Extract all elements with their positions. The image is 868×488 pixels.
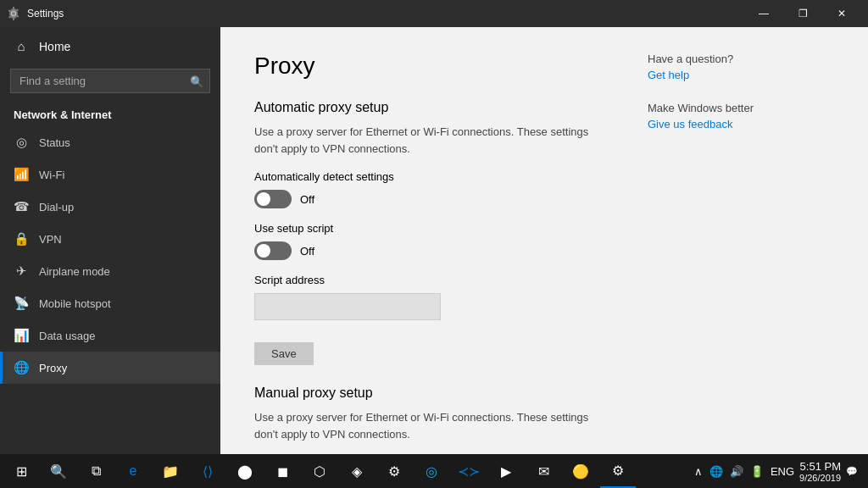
app4-button[interactable]: ◈ [339,454,375,488]
edge-button[interactable]: e [115,454,151,488]
sidebar-item-label: Dial-up [39,201,74,214]
chevron-icon[interactable]: ∧ [694,465,703,478]
sidebar-item-vpn[interactable]: 🔒 VPN [0,223,220,255]
status-icon: ◎ [14,135,29,150]
use-script-state: Off [300,245,314,258]
sidebar-item-label: Mobile hotspot [39,297,111,310]
sidebar-search: 🔍 [10,69,210,93]
notification-icon[interactable]: 💬 [846,466,858,477]
proxy-icon: 🌐 [14,360,29,375]
auto-section-desc: Use a proxy server for Ethernet or Wi-Fi… [254,124,614,157]
taskbar-left: ⊞ 🔍 ⧉ e 📁 ⟨⟩ ⬤ ◼ ⬡ ◈ ⚙ ◎ ≺≻ ▶ ✉ 🟡 ⚙ [3,454,636,488]
minimize-button[interactable]: — [744,0,783,27]
volume-icon[interactable]: 🔊 [730,465,743,478]
sidebar-item-label: Proxy [39,362,67,374]
titlebar-title: Settings [27,8,64,19]
page-title: Proxy [254,53,614,80]
taskbar-clock[interactable]: 5:51 PM 9/26/2019 [799,460,841,483]
search-button[interactable]: 🔍 [41,454,76,488]
sidebar-item-home[interactable]: ⌂ Home [0,27,220,65]
sidebar-item-datausage[interactable]: 📊 Data usage [0,319,220,352]
app-body: ⌂ Home 🔍 Network & Internet ◎ Status 📶 W… [0,27,868,454]
dialup-icon: ☎ [14,199,29,214]
restore-button[interactable]: ❐ [783,0,822,27]
question-label: Have a question? [648,53,834,65]
auto-detect-track [254,190,292,208]
app9-button[interactable]: 🟡 [563,454,598,488]
sidebar-item-label: Status [39,136,70,149]
manual-section-title: Manual proxy setup [254,385,614,401]
get-help-link[interactable]: Get help [648,69,834,81]
help-sidebar: Have a question? Get help Make Windows b… [648,53,834,429]
sidebar-item-wifi[interactable]: 📶 Wi-Fi [0,158,220,191]
app7-button[interactable]: ▶ [488,454,524,488]
explorer-button[interactable]: 📁 [153,454,188,488]
sidebar-home-label: Home [39,40,70,53]
sidebar: ⌂ Home 🔍 Network & Internet ◎ Status 📶 W… [0,27,220,454]
hotspot-icon: 📡 [14,296,29,311]
sidebar-item-hotspot[interactable]: 📡 Mobile hotspot [0,287,220,319]
sidebar-item-label: Wi-Fi [39,169,64,181]
sidebar-item-label: VPN [39,233,62,246]
keyboard-icon[interactable]: ENG [771,465,794,478]
task-view-button[interactable]: ⧉ [78,454,114,488]
feedback-section: Make Windows better Give us feedback [648,102,834,130]
taskbar-right: ∧ 🌐 🔊 🔋 ENG 5:51 PM 9/26/2019 💬 [694,460,865,483]
main-panel: Proxy Automatic proxy setup Use a proxy … [220,27,868,454]
close-button[interactable]: ✕ [822,0,861,27]
script-address-label: Script address [254,274,614,286]
use-script-toggle[interactable] [254,241,292,260]
use-script-toggle-row: Off [254,241,614,260]
sidebar-item-proxy[interactable]: 🌐 Proxy [0,352,220,384]
ie-button[interactable]: ◎ [414,454,449,488]
vscode-button[interactable]: ⟨⟩ [190,454,225,488]
use-script-track [254,241,292,260]
network-icon[interactable]: 🌐 [709,465,723,478]
airplane-icon: ✈ [14,263,29,279]
taskbar: ⊞ 🔍 ⧉ e 📁 ⟨⟩ ⬤ ◼ ⬡ ◈ ⚙ ◎ ≺≻ ▶ ✉ 🟡 ⚙ ∧ 🌐 … [0,454,868,488]
home-icon: ⌂ [14,39,29,53]
sidebar-section-label: Network & Internet [0,100,220,126]
wifi-icon: 📶 [14,167,29,182]
main-content: Proxy Automatic proxy setup Use a proxy … [254,53,614,429]
auto-section-title: Automatic proxy setup [254,100,614,115]
script-address-input[interactable] [254,293,441,320]
system-tray: ∧ 🌐 🔊 🔋 ENG [694,465,794,478]
titlebar-controls: — ❐ ✕ [744,0,861,27]
app1-button[interactable]: ⬤ [227,454,263,488]
settings-icon [7,7,20,20]
auto-detect-state: Off [300,193,314,206]
battery-icon[interactable]: 🔋 [750,465,764,478]
vpn-icon: 🔒 [14,231,29,247]
sidebar-item-status[interactable]: ◎ Status [0,126,220,158]
app2-button[interactable]: ◼ [264,454,300,488]
auto-detect-thumb [257,192,270,206]
auto-detect-toggle[interactable] [254,190,292,208]
sidebar-item-dialup[interactable]: ☎ Dial-up [0,191,220,223]
sidebar-item-label: Data usage [39,330,96,342]
app3-button[interactable]: ⬡ [302,454,337,488]
clock-time: 5:51 PM [799,460,841,473]
app8-button[interactable]: ✉ [526,454,561,488]
search-input[interactable] [10,69,210,93]
manual-section-desc: Use a proxy server for Ethernet or Wi-Fi… [254,409,614,442]
help-section: Have a question? Get help [648,53,834,81]
app6-button[interactable]: ≺≻ [451,454,487,488]
start-button[interactable]: ⊞ [3,454,39,488]
datausage-icon: 📊 [14,328,29,343]
feedback-link[interactable]: Give us feedback [648,118,834,130]
clock-date: 9/26/2019 [799,473,841,483]
use-script-thumb [257,244,270,258]
auto-detect-label: Automatically detect settings [254,170,614,183]
titlebar-left: Settings [7,7,64,20]
search-icon: 🔍 [190,75,203,87]
sidebar-item-airplane[interactable]: ✈ Airplane mode [0,255,220,287]
settings-taskbar-button[interactable]: ⚙ [600,454,636,488]
auto-detect-toggle-row: Off [254,190,614,208]
titlebar: Settings — ❐ ✕ [0,0,868,27]
sidebar-item-label: Airplane mode [39,265,110,278]
app5-button[interactable]: ⚙ [376,454,412,488]
save-button[interactable]: Save [254,342,314,365]
use-script-label: Use setup script [254,222,614,235]
make-better-label: Make Windows better [648,102,834,114]
